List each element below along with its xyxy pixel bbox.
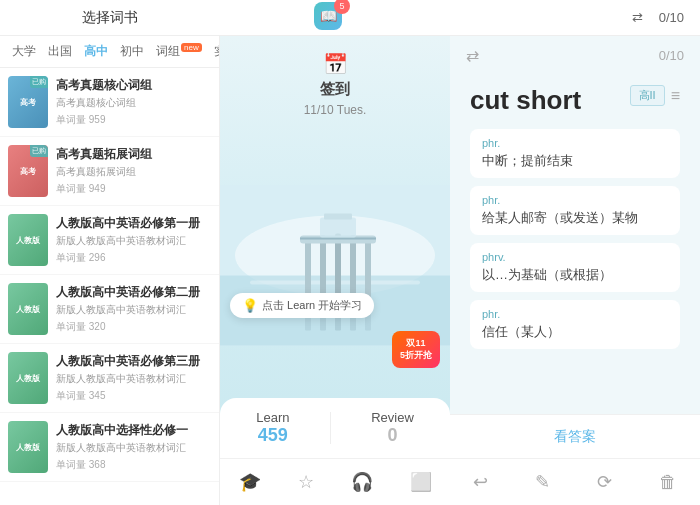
- list-item[interactable]: 人教版 人教版高中英语必修第一册 新版人教版高中英语教材词汇 单词量 296: [0, 206, 219, 275]
- delete-button[interactable]: 🗑: [651, 468, 685, 497]
- book-cover: 高考 已购: [8, 76, 48, 128]
- middle-panel: 📅 签到 11/10 Tues.: [220, 36, 450, 505]
- list-item[interactable]: 人教版 人教版高中选择性必修一 新版人教版高中英语教材词汇 单词量 368: [0, 413, 219, 482]
- svg-rect-10: [300, 238, 376, 240]
- word-main: cut short: [470, 85, 581, 116]
- cover-art: 人教版: [8, 352, 48, 404]
- book-info: 人教版高中英语必修第三册 新版人教版高中英语教材词汇 单词量 345: [56, 353, 211, 403]
- list-item[interactable]: 人教版 人教版高中英语必修第二册 新版人教版高中英语教材词汇 单词量 320: [0, 275, 219, 344]
- right-progress: 0/10: [659, 48, 684, 63]
- book-info: 人教版高中选择性必修一 新版人教版高中英语教材词汇 单词量 368: [56, 422, 211, 472]
- list-item[interactable]: 高考 已购 高考真题拓展词组 高考真题拓展词组 单词量 949: [0, 137, 219, 206]
- progress-text: 0/10: [659, 10, 684, 25]
- middle-scene: 双11 5折开抢 💡 点击 Learn 开始学习: [220, 133, 450, 398]
- learn-label: Learn: [256, 410, 289, 425]
- word-menu-icon[interactable]: ≡: [671, 87, 680, 105]
- review-label: Review: [371, 410, 414, 425]
- svg-rect-12: [324, 214, 352, 220]
- word-display: cut short 高II ≡: [450, 75, 700, 121]
- edit-button[interactable]: ✎: [527, 467, 558, 497]
- promo-line1: 双11: [400, 337, 432, 350]
- show-answer-button[interactable]: 看答案: [554, 428, 596, 444]
- book-cover: 高考 已购: [8, 145, 48, 197]
- header-right: ⇄ 0/10: [440, 10, 700, 25]
- app-icon-wrap[interactable]: 📖 5: [314, 2, 346, 34]
- stats-row: Learn 459 Review 0: [236, 410, 434, 446]
- cover-art: 人教版: [8, 421, 48, 473]
- show-answer-bar: 看答案: [450, 414, 700, 458]
- learn-value: 459: [258, 425, 288, 446]
- nav-card[interactable]: ⬜: [402, 467, 440, 497]
- book-count: 单词量 296: [56, 251, 211, 265]
- cover-art: 人教版: [8, 283, 48, 335]
- refresh-button[interactable]: ⟳: [589, 467, 620, 497]
- book-subtitle: 新版人教版高中英语教材词汇: [56, 303, 211, 317]
- book-title: 高考真题核心词组: [56, 77, 211, 94]
- def-text: 以…为基础（或根据）: [482, 266, 668, 284]
- book-cover: 人教版: [8, 214, 48, 266]
- right-top-bar: ⇄ 0/10: [450, 36, 700, 75]
- definitions-area: phr. 中断；提前结束 phr. 给某人邮寄（或发送）某物 phrv. 以…为…: [450, 121, 700, 414]
- review-value: 0: [387, 425, 397, 446]
- header-left: 选择词书: [0, 9, 220, 27]
- book-cover: 人教版: [8, 352, 48, 404]
- app-badge: 5: [334, 0, 350, 14]
- def-text: 中断；提前结束: [482, 152, 668, 170]
- book-subtitle: 高考真题拓展词组: [56, 165, 211, 179]
- learn-stat[interactable]: Learn 459: [256, 410, 289, 446]
- word-level-badge: 高II: [630, 85, 665, 106]
- right-panel: ⇄ 0/10 cut short 高II ≡ phr. 中断；提前结束 phr.…: [450, 36, 700, 505]
- checkin-date: 11/10 Tues.: [304, 103, 367, 117]
- book-subtitle: 新版人教版高中英语教材词汇: [56, 372, 211, 386]
- book-title: 人教版高中选择性必修一: [56, 422, 211, 439]
- def-pos: phr.: [482, 308, 668, 320]
- list-item[interactable]: 高考 已购 高考真题核心词组 高考真题核心词组 单词量 959: [0, 68, 219, 137]
- already-badge: 已购: [30, 145, 48, 157]
- definition-item: phrv. 以…为基础（或根据）: [470, 243, 680, 292]
- tab-practical[interactable]: 实用: [208, 40, 219, 63]
- tab-high[interactable]: 高中: [78, 40, 114, 63]
- nav-star[interactable]: ☆: [290, 467, 322, 497]
- bulb-icon: 💡: [242, 298, 258, 313]
- undo-button[interactable]: ↩: [465, 467, 496, 497]
- book-count: 单词量 345: [56, 389, 211, 403]
- book-count: 单词量 368: [56, 458, 211, 472]
- tab-abroad[interactable]: 出国: [42, 40, 78, 63]
- book-cover: 人教版: [8, 283, 48, 335]
- svg-rect-11: [320, 218, 356, 238]
- book-subtitle: 新版人教版高中英语教材词汇: [56, 441, 211, 455]
- nav-audio[interactable]: 🎧: [343, 467, 381, 497]
- learn-tip[interactable]: 💡 点击 Learn 开始学习: [230, 293, 374, 318]
- tab-bar: 大学 出国 高中 初中 词组new 实用 其他 小: [0, 36, 219, 68]
- def-pos: phr.: [482, 137, 668, 149]
- book-info: 高考真题拓展词组 高考真题拓展词组 单词量 949: [56, 146, 211, 196]
- book-list: 高考 已购 高考真题核心词组 高考真题核心词组 单词量 959 高考 已购 高考…: [0, 68, 219, 505]
- tab-middle[interactable]: 初中: [114, 40, 150, 63]
- top-header: 选择词书 📖 5 ⇄ 0/10: [0, 0, 700, 36]
- review-stat[interactable]: Review 0: [371, 410, 414, 446]
- promo-line2: 5折开抢: [400, 349, 432, 362]
- definition-item: phr. 给某人邮寄（或发送）某物: [470, 186, 680, 235]
- definition-item: phr. 信任（某人）: [470, 300, 680, 349]
- learn-tip-text: 点击 Learn 开始学习: [262, 298, 362, 313]
- def-text: 信任（某人）: [482, 323, 668, 341]
- def-pos: phrv.: [482, 251, 668, 263]
- tab-group[interactable]: 词组new: [150, 40, 208, 63]
- main-layout: 大学 出国 高中 初中 词组new 实用 其他 小 高考 已购 高考真题核心词组…: [0, 36, 700, 505]
- book-count: 单词量 949: [56, 182, 211, 196]
- cover-art: 人教版: [8, 214, 48, 266]
- definition-item: phr. 中断；提前结束: [470, 129, 680, 178]
- book-info: 人教版高中英语必修第二册 新版人教版高中英语教材词汇 单词量 320: [56, 284, 211, 334]
- filter-settings-icon[interactable]: ⇄: [466, 46, 479, 65]
- tab-university[interactable]: 大学: [6, 40, 42, 63]
- already-badge: 已购: [30, 76, 48, 88]
- book-title: 高考真题拓展词组: [56, 146, 211, 163]
- middle-nav: 🎓 ☆ 🎧 ⬜: [220, 458, 450, 505]
- header-title: 选择词书: [82, 9, 138, 27]
- nav-learn[interactable]: 🎓: [231, 467, 269, 497]
- list-item[interactable]: 人教版 人教版高中英语必修第三册 新版人教版高中英语教材词汇 单词量 345: [0, 344, 219, 413]
- book-title: 人教版高中英语必修第二册: [56, 284, 211, 301]
- checkin-title: 签到: [320, 80, 350, 99]
- book-subtitle: 高考真题核心词组: [56, 96, 211, 110]
- filter-icon[interactable]: ⇄: [632, 10, 643, 25]
